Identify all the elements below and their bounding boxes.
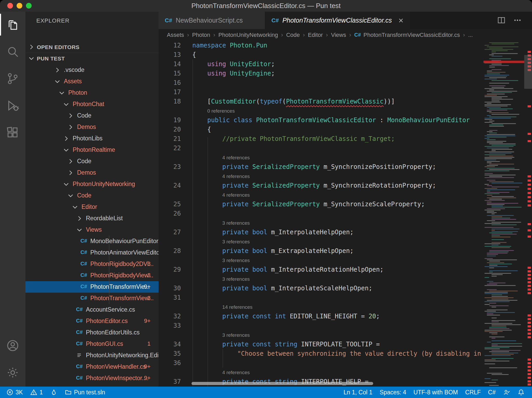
minimap-line bbox=[487, 168, 515, 169]
code-line-30: 30 private bool m_InterpolateScaleHelpOp… bbox=[159, 284, 532, 293]
codelens-row: 3 references bbox=[159, 256, 532, 265]
tree-item-photoneditorutils-cs[interactable]: C#PhotonEditorUtils.cs bbox=[25, 327, 159, 338]
line-number: 27 bbox=[159, 228, 181, 237]
codelens-references[interactable]: 0 references bbox=[207, 107, 235, 115]
breadcrumb[interactable]: Assets›Photon›PhotonUnityNetworking›Code… bbox=[159, 29, 532, 41]
status-item-problems-errors[interactable]: 3K bbox=[3, 387, 26, 398]
horizontal-scrollbar[interactable] bbox=[192, 382, 373, 385]
vertical-scrollbar[interactable] bbox=[524, 55, 532, 89]
breadcrumb-item[interactable]: Assets bbox=[167, 32, 184, 38]
status-item-problems-warnings[interactable]: 1 bbox=[26, 387, 46, 398]
activity-bar-item-accounts[interactable] bbox=[0, 333, 25, 359]
status-item-indentation[interactable]: Spaces: 4 bbox=[376, 387, 410, 398]
minimap-line bbox=[489, 272, 493, 272]
codelens-references[interactable]: 3 references bbox=[222, 275, 250, 283]
breadcrumb-item[interactable]: Code bbox=[286, 32, 300, 38]
tree-item-photonanimatorvieweditor-[interactable]: C#PhotonAnimatorViewEditor... bbox=[25, 247, 159, 258]
tree-item-photonrigidbodyview-[interactable]: C#PhotonRigidbodyView...3 bbox=[25, 270, 159, 281]
codelens-references[interactable]: 4 references bbox=[222, 191, 250, 199]
breadcrumb-item[interactable]: Views bbox=[331, 32, 346, 38]
tree-item-photon[interactable]: Photon bbox=[25, 87, 159, 99]
tab-label: PhotonTransformViewClassicEditor.cs bbox=[282, 17, 392, 24]
tree-item-views[interactable]: Views bbox=[25, 224, 159, 236]
minimap-line bbox=[485, 88, 513, 89]
tree-item-partial[interactable]: C# PunSceneSettings.cs bbox=[25, 384, 159, 387]
error-mark bbox=[528, 105, 531, 107]
codelens-references[interactable]: 4 references bbox=[222, 173, 250, 180]
codelens-references[interactable]: 3 references bbox=[222, 331, 250, 339]
code-text: private bool m_InterpolateScaleHelpOpen; bbox=[192, 284, 372, 293]
minimap-line bbox=[492, 321, 499, 322]
activity-bar-item-run-debug[interactable] bbox=[0, 93, 25, 119]
tree-item-photonviewhandler-cs[interactable]: C#PhotonViewHandler.cs9+ bbox=[25, 361, 159, 373]
code-editor[interactable]: 12namespace Photon.Pun13{14 using UnityE… bbox=[159, 41, 532, 387]
breadcrumb-item[interactable]: PhotonUnityNetworking bbox=[218, 32, 278, 38]
editor-tab-newbehaviourscript-cs[interactable]: C#NewBehaviourScript.cs bbox=[159, 12, 265, 29]
minimap-line bbox=[485, 246, 511, 247]
tree-item-photonunitynetworking[interactable]: PhotonUnityNetworking bbox=[25, 179, 159, 190]
breadcrumb-item[interactable]: PhotonTransformViewClassicEditor.cs bbox=[364, 32, 460, 38]
minimap-line bbox=[492, 50, 508, 51]
tree-item-assets[interactable]: Assets bbox=[25, 76, 159, 87]
tree-item-photonunitynetworking-edit-[interactable]: PhotonUnityNetworking.Edit... bbox=[25, 350, 159, 361]
tree-item-code[interactable]: Code bbox=[25, 190, 159, 201]
codelens-references[interactable]: 14 references bbox=[222, 303, 253, 311]
minimap-line bbox=[489, 58, 511, 59]
tree-item-editor[interactable]: Editor bbox=[25, 201, 159, 213]
codelens-references[interactable]: 3 references bbox=[222, 257, 250, 264]
activity-bar-item-extensions[interactable] bbox=[0, 120, 25, 146]
code-line-26: 26 bbox=[159, 209, 532, 218]
editor-tab-photontransformviewclassiceditor-cs[interactable]: C#PhotonTransformViewClassicEditor.cs bbox=[265, 12, 411, 29]
status-item-hot-reload[interactable] bbox=[46, 387, 61, 398]
codelens-references[interactable]: 4 references bbox=[222, 154, 250, 162]
status-item-feedback[interactable] bbox=[499, 387, 514, 398]
tree-item-photontransformview-[interactable]: C#PhotonTransformView...3 bbox=[25, 293, 159, 304]
activity-bar-item-settings[interactable] bbox=[0, 360, 25, 386]
status-item-notifications[interactable] bbox=[514, 387, 528, 398]
tree-item-code[interactable]: Code bbox=[25, 156, 159, 167]
tree-item-photonrealtime[interactable]: PhotonRealtime bbox=[25, 144, 159, 156]
breadcrumb-item[interactable]: ... bbox=[468, 32, 473, 38]
workspace-root-section[interactable]: PUN TEST bbox=[25, 53, 159, 64]
tree-item-reordablelist[interactable]: ReordableList bbox=[25, 213, 159, 224]
tree-item-photongui-cs[interactable]: C#PhotonGUI.cs1 bbox=[25, 338, 159, 350]
activity-bar-item-source-control[interactable] bbox=[0, 66, 25, 92]
tree-item-label: Editor bbox=[81, 203, 97, 210]
minimap-line bbox=[487, 111, 492, 112]
minimap-line bbox=[485, 175, 516, 175]
minimap-line bbox=[485, 79, 497, 79]
open-editors-section[interactable]: OPEN EDITORS bbox=[25, 42, 159, 53]
tree-item-photontransformvie-[interactable]: C#PhotonTransformVie...9+ bbox=[25, 281, 159, 293]
minimap[interactable] bbox=[483, 41, 524, 387]
tree-item-monobehaviourpuneditor-cs[interactable]: C#MonoBehaviourPunEditor.cs bbox=[25, 236, 159, 247]
codelens-references[interactable]: 3 references bbox=[222, 219, 250, 227]
tree-item-code[interactable]: Code bbox=[25, 110, 159, 121]
breadcrumb-item[interactable]: Editor bbox=[308, 32, 323, 38]
more-actions-icon[interactable] bbox=[513, 16, 522, 25]
tree-item-photonlibs[interactable]: PhotonLibs bbox=[25, 133, 159, 144]
status-item-language-mode[interactable]: C# bbox=[485, 387, 499, 398]
tree-item-accountservice-cs[interactable]: C#AccountService.cs bbox=[25, 304, 159, 315]
status-bar: 3K1Pun test.sln Ln 1, Col 1Spaces: 4UTF-… bbox=[0, 387, 532, 398]
tree-item-demos[interactable]: Demos bbox=[25, 167, 159, 179]
status-item-text: Ln 1, Col 1 bbox=[344, 389, 372, 396]
tree-item-photoneditor-cs[interactable]: C#PhotonEditor.cs9+ bbox=[25, 315, 159, 327]
status-item-encoding[interactable]: UTF-8 with BOM bbox=[410, 387, 461, 398]
split-editor-icon[interactable] bbox=[497, 16, 506, 25]
minimap-line bbox=[492, 353, 518, 353]
tree-item-demos[interactable]: Demos bbox=[25, 121, 159, 133]
line-number: 28 bbox=[159, 246, 181, 256]
status-item-solution[interactable]: Pun test.sln bbox=[61, 387, 109, 398]
close-tab-icon[interactable] bbox=[398, 17, 404, 24]
status-item-cursor-position[interactable]: Ln 1, Col 1 bbox=[340, 387, 376, 398]
tree-item-photonrigidbody2dvi-[interactable]: C#PhotonRigidbody2DVi...3 bbox=[25, 258, 159, 270]
codelens-references[interactable]: 3 references bbox=[222, 238, 250, 246]
tree-item-photonviewinspector-[interactable]: C#PhotonViewInspector....9+ bbox=[25, 373, 159, 384]
status-item-eol[interactable]: CRLF bbox=[462, 387, 485, 398]
tree-item--vscode[interactable]: .vscode bbox=[25, 64, 159, 76]
breadcrumb-item[interactable]: Photon bbox=[192, 32, 210, 38]
tree-item-photonchat[interactable]: PhotonChat bbox=[25, 99, 159, 110]
activity-bar-item-search[interactable] bbox=[0, 39, 25, 65]
activity-bar-item-explorer[interactable] bbox=[0, 12, 25, 38]
codelens-references[interactable]: 4 references bbox=[222, 369, 250, 376]
